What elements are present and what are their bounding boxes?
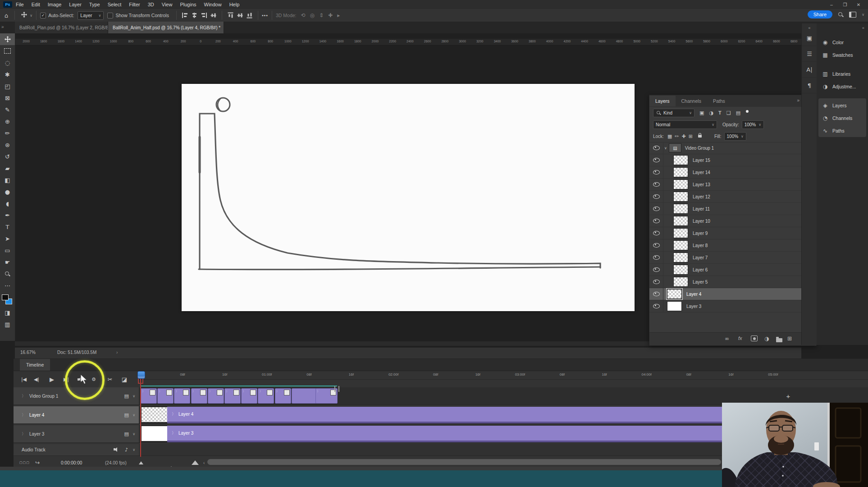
edit-toolbar[interactable]: ⋯: [0, 280, 15, 291]
hand-tool[interactable]: ☛: [0, 256, 15, 268]
layer-thumbnail[interactable]: [673, 240, 688, 250]
share-button[interactable]: Share: [808, 10, 832, 18]
crop-tool[interactable]: ◰: [0, 80, 15, 92]
visibility-cell[interactable]: [649, 264, 663, 276]
shape-tool[interactable]: ▭: [0, 244, 15, 256]
work-area-end-marker[interactable]: [334, 386, 339, 392]
eye-icon[interactable]: [653, 304, 660, 308]
brush-tool[interactable]: ✏: [0, 127, 15, 139]
layer-thumbnail[interactable]: [673, 155, 688, 165]
filmstrip-icon[interactable]: ▤: [124, 393, 129, 399]
3d-slide-icon[interactable]: ✚: [328, 12, 333, 18]
3d-roll-icon[interactable]: ◎: [310, 12, 315, 18]
clip-thumbnail[interactable]: [141, 407, 168, 423]
zoom-tool[interactable]: [0, 268, 15, 280]
filter-shape-layers-icon[interactable]: ❑: [726, 110, 731, 116]
layer-row[interactable]: Layer 11: [649, 203, 815, 215]
transparent-clip[interactable]: [292, 388, 316, 404]
menu-view[interactable]: View: [162, 2, 173, 7]
panel-button-adjustme[interactable]: ◑Adjustme...: [818, 80, 866, 93]
workspace-switcher-icon[interactable]: [849, 12, 856, 18]
layer-thumbnail[interactable]: [667, 301, 682, 311]
previous-frame-button[interactable]: ◀|: [31, 374, 42, 385]
link-layers-icon[interactable]: ∞: [725, 335, 729, 342]
visibility-cell[interactable]: [649, 276, 663, 288]
video-clip[interactable]: 〉: [208, 388, 224, 404]
track-header-layer4[interactable]: 〉 Layer 4 ▤ ∨: [14, 406, 139, 424]
filmstrip-icon[interactable]: ▤: [124, 412, 129, 418]
chevron-down-icon[interactable]: ∨: [132, 394, 135, 398]
menu-plugins[interactable]: Plugins: [180, 2, 196, 7]
visibility-cell[interactable]: [649, 252, 663, 263]
character-panel-icon[interactable]: A|: [802, 62, 817, 78]
zoom-level[interactable]: 16.67%: [20, 350, 36, 355]
expand-caret-icon[interactable]: 〉: [22, 393, 26, 399]
layer-thumbnail[interactable]: [673, 228, 688, 238]
filter-type-layers-icon[interactable]: T: [718, 110, 722, 115]
chevron-down-icon[interactable]: ∨: [132, 432, 135, 436]
layer-row[interactable]: Layer 15: [649, 154, 815, 166]
more-options-button[interactable]: •••: [262, 13, 268, 18]
minimize-button[interactable]: –: [825, 0, 838, 9]
layer-thumbnail[interactable]: [673, 265, 688, 275]
quick-mask-icon[interactable]: ◨: [0, 307, 15, 318]
preset-caret-icon[interactable]: ∨: [30, 14, 32, 18]
layer-row[interactable]: Layer 5: [649, 276, 815, 288]
render-arrow-icon[interactable]: ↪: [35, 459, 40, 466]
track-header-layer3[interactable]: 〉 Layer 3 ▤ ∨: [14, 425, 139, 443]
video-clip[interactable]: 〉: [174, 388, 190, 404]
layer4-clip[interactable]: 〉 Layer 4: [167, 407, 739, 423]
panel-button-libraries[interactable]: ▥Libraries: [818, 68, 866, 80]
auto-select-checkbox[interactable]: ✓: [40, 13, 46, 18]
lock-transparent-icon[interactable]: ▦: [667, 133, 672, 139]
layer-thumbnail[interactable]: [673, 253, 688, 262]
healing-brush-tool[interactable]: ⊕: [0, 115, 15, 127]
layer-thumbnail[interactable]: [673, 167, 688, 177]
restore-button[interactable]: ❐: [838, 0, 852, 9]
panel-button-color[interactable]: ◉Color: [818, 36, 866, 49]
panel-button-channels[interactable]: ◔Channels: [818, 112, 866, 124]
layer-thumbnail[interactable]: [673, 192, 688, 202]
tab-layers[interactable]: Layers: [649, 96, 676, 106]
foreground-color-chip[interactable]: [2, 294, 9, 300]
chevron-down-icon[interactable]: ∨: [132, 448, 135, 452]
zoom-out-mountain-icon[interactable]: [139, 461, 143, 464]
eye-icon[interactable]: [653, 182, 660, 187]
align-right-edges-icon[interactable]: [201, 13, 207, 18]
visibility-cell[interactable]: [649, 239, 663, 251]
eye-icon[interactable]: [653, 146, 660, 150]
lock-position-icon[interactable]: ✚: [682, 133, 686, 139]
menu-image[interactable]: Image: [48, 2, 62, 7]
menu-help[interactable]: Help: [229, 2, 240, 7]
menu-file[interactable]: File: [16, 2, 24, 7]
video-clip[interactable]: 〉: [191, 388, 207, 404]
split-clip-button[interactable]: ✂: [105, 374, 115, 385]
workspace-caret-icon[interactable]: ∨: [862, 13, 864, 17]
eye-icon[interactable]: [653, 231, 660, 235]
layer-thumbnail[interactable]: [673, 179, 688, 189]
blur-tool[interactable]: ●: [0, 186, 15, 198]
eye-icon[interactable]: [653, 158, 660, 162]
eye-icon[interactable]: [653, 207, 660, 211]
search-icon[interactable]: [838, 12, 844, 18]
menu-3d[interactable]: 3D: [148, 2, 154, 7]
video-clip[interactable]: 〉: [275, 388, 291, 404]
properties-panel-icon[interactable]: ☰: [802, 46, 817, 62]
layer-thumbnail[interactable]: [673, 204, 688, 214]
visibility-cell[interactable]: [649, 142, 663, 154]
move-tool-preset-icon[interactable]: [21, 12, 27, 19]
document-tab[interactable]: BallRoll_Anim_Half.psd @ 16.7% (Layer 4,…: [108, 22, 224, 33]
rectangular-marquee-tool[interactable]: [0, 45, 15, 57]
history-brush-tool[interactable]: ↺: [0, 151, 15, 162]
align-top-edges-icon[interactable]: [210, 13, 216, 18]
3d-drag-icon[interactable]: ⇕: [319, 12, 324, 18]
canvas[interactable]: [182, 84, 635, 311]
visibility-cell[interactable]: [649, 166, 663, 178]
add-media-button[interactable]: +: [780, 387, 797, 404]
menu-edit[interactable]: Edit: [32, 2, 40, 7]
timeline-tab[interactable]: Timeline: [20, 359, 50, 371]
scroll-left-icon[interactable]: ‹: [203, 460, 205, 465]
lock-pixels-icon[interactable]: ✏: [675, 133, 679, 139]
clip-thumbnail[interactable]: [141, 426, 168, 441]
object-selection-tool[interactable]: ✱: [0, 69, 15, 80]
